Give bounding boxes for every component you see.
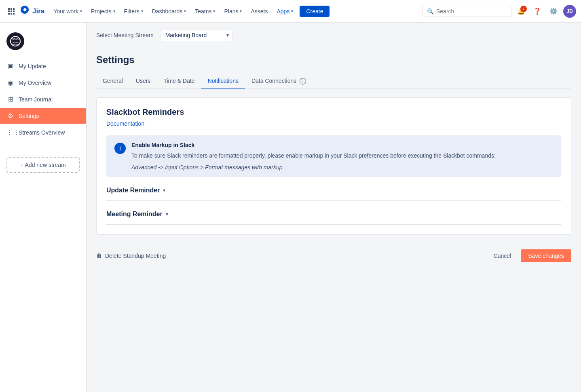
chevron-down-icon: ▾ bbox=[163, 188, 165, 193]
jira-logo-icon bbox=[19, 5, 30, 18]
help-button[interactable]: ❓ bbox=[531, 5, 544, 18]
settings-tabs: General Users Time & Date Notifications … bbox=[96, 74, 571, 89]
svg-text:Standup App: Standup App bbox=[12, 44, 19, 45]
save-changes-button[interactable]: Save changes bbox=[521, 249, 571, 262]
info-title: Enable Markup in Slack bbox=[131, 142, 496, 148]
streams-icon: ⋮⋮ bbox=[6, 129, 15, 136]
info-box: i Enable Markup in Slack To make sure Sl… bbox=[106, 135, 561, 177]
main-content: Select Meeting Stream Marketing Board En… bbox=[87, 23, 581, 392]
tab-data-connections[interactable]: Data Connections i bbox=[245, 74, 313, 89]
search-input[interactable] bbox=[436, 8, 507, 15]
svg-text:NASA: NASA bbox=[12, 38, 19, 40]
update-icon: ▣ bbox=[6, 62, 15, 70]
stream-selector-bar: Select Meeting Stream Marketing Board En… bbox=[87, 23, 581, 48]
tab-notifications[interactable]: Notifications bbox=[201, 74, 245, 89]
chevron-down-icon: ▾ bbox=[113, 9, 115, 13]
create-button[interactable]: Create bbox=[300, 6, 330, 17]
settings-area: Settings General Users Time & Date Notif… bbox=[87, 48, 581, 241]
chevron-down-icon: ▾ bbox=[184, 9, 186, 13]
nav-your-work[interactable]: Your work ▾ bbox=[49, 6, 86, 17]
sidebar-menu: ▣ My Update ◉ My Overview ⊞ Team Journal… bbox=[0, 58, 86, 140]
svg-rect-6 bbox=[8, 13, 10, 15]
action-right-buttons: Cancel Save changes bbox=[489, 249, 571, 262]
accordion-update-reminder-header[interactable]: Update Reminder ▾ bbox=[106, 187, 561, 201]
svg-rect-4 bbox=[11, 11, 12, 12]
notifications-button[interactable]: 🔔 7 bbox=[515, 5, 528, 18]
tab-users[interactable]: Users bbox=[129, 74, 157, 89]
top-navigation: Jira Your work ▾ Projects ▾ Filters ▾ Da… bbox=[0, 0, 581, 23]
jira-logo-text: Jira bbox=[32, 7, 44, 15]
sidebar: NASA Not Another Standup App ▣ My Update… bbox=[0, 23, 87, 392]
nav-right-actions: 🔍 🔔 7 ❓ ⚙️ JD bbox=[423, 5, 576, 18]
info-content: Enable Markup in Slack To make sure Slac… bbox=[131, 142, 496, 171]
tab-time-date[interactable]: Time & Date bbox=[157, 74, 201, 89]
chevron-down-icon: ▾ bbox=[141, 9, 143, 13]
chevron-down-icon: ▾ bbox=[166, 211, 168, 217]
overview-icon: ◉ bbox=[6, 79, 15, 86]
svg-rect-0 bbox=[8, 8, 10, 10]
search-icon: 🔍 bbox=[427, 8, 434, 15]
accordion-update-reminder-title: Update Reminder bbox=[106, 187, 160, 194]
nav-plans[interactable]: Plans ▾ bbox=[220, 6, 246, 17]
search-box[interactable]: 🔍 bbox=[423, 6, 511, 17]
notification-badge: 7 bbox=[520, 6, 527, 12]
nav-items-container: Your work ▾ Projects ▾ Filters ▾ Dashboa… bbox=[49, 6, 421, 17]
svg-rect-1 bbox=[11, 8, 12, 10]
svg-rect-8 bbox=[13, 13, 15, 15]
svg-rect-5 bbox=[13, 11, 15, 12]
svg-rect-7 bbox=[11, 13, 12, 15]
info-icon: i bbox=[300, 78, 306, 84]
stream-select[interactable]: Marketing Board Engineering Standup Desi… bbox=[160, 29, 233, 41]
delete-standup-button[interactable]: 🗑 Delete Standup Meeting bbox=[96, 253, 166, 259]
accordion-meeting-reminder-header[interactable]: Meeting Reminder ▾ bbox=[106, 211, 561, 225]
svg-rect-2 bbox=[13, 8, 15, 10]
accordion-meeting-reminder: Meeting Reminder ▾ bbox=[106, 211, 561, 225]
cancel-button[interactable]: Cancel bbox=[489, 250, 516, 261]
sidebar-item-my-overview[interactable]: ◉ My Overview bbox=[0, 75, 86, 91]
add-new-stream-button[interactable]: + Add new stream bbox=[6, 157, 80, 173]
info-circle-icon: i bbox=[114, 143, 126, 154]
settings-sidebar-icon: ⚙ bbox=[6, 112, 15, 120]
svg-text:Not Another: Not Another bbox=[13, 42, 19, 43]
documentation-link[interactable]: Documentation bbox=[106, 120, 144, 127]
bottom-actions-bar: 🗑 Delete Standup Meeting Cancel Save cha… bbox=[87, 241, 581, 270]
nasa-logo: NASA Not Another Standup App bbox=[6, 32, 24, 50]
chevron-down-icon: ▾ bbox=[80, 9, 82, 13]
journal-icon: ⊞ bbox=[6, 95, 15, 103]
sidebar-divider bbox=[0, 147, 86, 147]
nav-apps[interactable]: Apps ▾ bbox=[273, 6, 297, 17]
info-body: To make sure Slack reminders are formatt… bbox=[131, 152, 496, 160]
card-title: Slackbot Reminders bbox=[106, 107, 561, 117]
sidebar-item-team-journal[interactable]: ⊞ Team Journal bbox=[0, 91, 86, 107]
nav-projects[interactable]: Projects ▾ bbox=[87, 6, 119, 17]
chevron-down-icon: ▾ bbox=[240, 9, 242, 13]
nasa-logo-icon: NASA Not Another Standup App bbox=[6, 32, 24, 50]
tab-general[interactable]: General bbox=[96, 74, 129, 89]
jira-logo[interactable]: Jira bbox=[19, 5, 44, 18]
settings-title: Settings bbox=[96, 54, 571, 65]
accordion-meeting-reminder-title: Meeting Reminder bbox=[106, 211, 163, 218]
app-layout: NASA Not Another Standup App ▣ My Update… bbox=[0, 23, 581, 392]
grid-menu-icon[interactable] bbox=[5, 5, 18, 18]
settings-nav-button[interactable]: ⚙️ bbox=[547, 5, 560, 18]
settings-card: Slackbot Reminders Documentation i Enabl… bbox=[96, 97, 571, 235]
stream-select-wrapper: Marketing Board Engineering Standup Desi… bbox=[160, 29, 233, 41]
chevron-down-icon: ▾ bbox=[213, 9, 215, 13]
gear-icon: ⚙️ bbox=[549, 7, 558, 15]
sidebar-logo: NASA Not Another Standup App bbox=[0, 29, 86, 58]
nav-filters[interactable]: Filters ▾ bbox=[120, 6, 147, 17]
accordion-update-reminder: Update Reminder ▾ bbox=[106, 187, 561, 201]
user-avatar[interactable]: JD bbox=[563, 5, 576, 18]
svg-rect-3 bbox=[8, 11, 10, 12]
trash-icon: 🗑 bbox=[96, 253, 102, 259]
sidebar-item-settings[interactable]: ⚙ Settings bbox=[0, 108, 86, 124]
nav-assets[interactable]: Assets bbox=[247, 6, 272, 17]
nav-dashboards[interactable]: Dashboards ▾ bbox=[148, 6, 190, 17]
nav-teams[interactable]: Teams ▾ bbox=[191, 6, 219, 17]
help-icon: ❓ bbox=[533, 7, 541, 15]
info-italic: Advanced -> Input Options > Format messa… bbox=[131, 164, 496, 171]
chevron-down-icon: ▾ bbox=[291, 9, 293, 13]
sidebar-item-streams-overview[interactable]: ⋮⋮ Streams Overview bbox=[0, 124, 86, 140]
stream-selector-label: Select Meeting Stream bbox=[96, 32, 154, 38]
sidebar-item-my-update[interactable]: ▣ My Update bbox=[0, 58, 86, 74]
